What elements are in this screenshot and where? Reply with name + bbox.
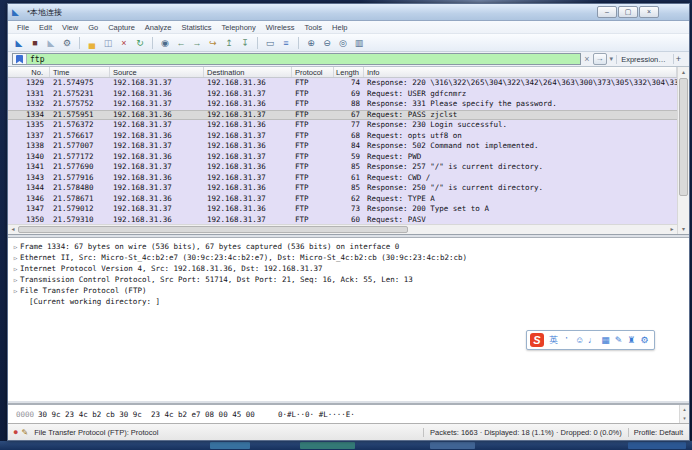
toolbar-icon[interactable] [79, 37, 80, 49]
detail-line[interactable]: ▷ Transmission Control Protocol, Src Por… [11, 274, 689, 285]
menu-item[interactable]: Wireless [261, 21, 300, 34]
packet-row[interactable]: 1340 21.577172 192.168.31.36 192.168.31.… [8, 152, 677, 163]
expander-icon[interactable]: ▷ [11, 241, 20, 252]
sogou-punctuation-icon[interactable]: ’ [560, 331, 573, 349]
menu-item[interactable]: Go [83, 21, 103, 34]
expander-icon[interactable]: ▷ [11, 274, 20, 285]
detail-line[interactable]: ▷ Internet Protocol Version 4, Src: 192.… [11, 263, 689, 274]
hex-scroll-up-icon[interactable]: ▴ [680, 405, 689, 414]
minimize-button[interactable]: – [597, 6, 617, 18]
colorize-icon[interactable]: ≡ [279, 36, 293, 50]
column-header[interactable]: Time [50, 67, 110, 77]
hex-scroll-down-icon[interactable]: ▾ [680, 414, 689, 423]
packet-bytes-pane[interactable]: 0000 30 9c 23 4c b2 cb 30 9c 23 4c b2 e7… [8, 404, 689, 423]
sogou-english-mode-icon[interactable]: 英 [547, 331, 560, 349]
menu-item[interactable]: Help [327, 21, 352, 34]
toolbar-icon[interactable] [257, 37, 258, 49]
display-filter-input[interactable]: ftp [12, 53, 581, 65]
packet-row[interactable]: 1331 21.575231 192.168.31.36 192.168.31.… [8, 89, 677, 100]
sogou-skin-icon[interactable]: ♜ [625, 331, 638, 349]
horizontal-scroll-thumb[interactable] [18, 226, 408, 233]
title-bar[interactable]: ◣ *本地连接 – ▢ × [8, 4, 689, 21]
go-forward-icon[interactable]: → [190, 36, 204, 50]
save-file-icon[interactable]: ◫ [101, 36, 115, 50]
menu-item[interactable]: File [12, 21, 34, 34]
menu-item[interactable]: Edit [34, 21, 57, 34]
expander-icon[interactable]: ▷ [11, 285, 20, 296]
scroll-down-icon[interactable]: ▾ [678, 224, 689, 234]
sogou-voice-icon[interactable]: ♩ [586, 331, 599, 349]
packet-row[interactable]: 1346 21.578671 192.168.31.36 192.168.31.… [8, 194, 677, 205]
expert-info-icon[interactable]: ● [8, 427, 21, 437]
sogou-handwriting-icon[interactable]: ✎ [612, 331, 625, 349]
resize-columns-icon[interactable]: ▥ [352, 36, 366, 50]
packet-row[interactable]: 1341 21.577690 192.168.31.37 192.168.31.… [8, 162, 677, 173]
hex-scrollbar[interactable]: ▴▾ [679, 405, 689, 423]
packet-row[interactable]: 1343 21.577916 192.168.31.36 192.168.31.… [8, 173, 677, 184]
menu-item[interactable]: Statistics [177, 21, 217, 34]
column-header[interactable]: Length [334, 67, 364, 77]
start-capture-icon[interactable]: ◣ [12, 36, 26, 50]
detail-line[interactable]: [Current working directory: ] [11, 296, 689, 307]
scroll-up-icon[interactable]: ▴ [678, 67, 689, 77]
packet-row[interactable]: 1335 21.576372 192.168.31.37 192.168.31.… [8, 120, 677, 131]
autoscroll-icon[interactable]: ▭ [263, 36, 277, 50]
scroll-left-icon[interactable]: ◂ [8, 225, 18, 234]
column-header[interactable]: Source [110, 67, 204, 77]
filter-add-button[interactable]: + [673, 54, 685, 64]
stop-capture-icon[interactable]: ■ [28, 36, 42, 50]
reload-icon[interactable]: ↻ [133, 36, 147, 50]
menu-item[interactable]: View [57, 21, 83, 34]
toolbar-icon[interactable] [152, 37, 153, 49]
find-packet-icon[interactable]: ◉ [158, 36, 172, 50]
vertical-scrollbar[interactable]: ▴ ▾ [677, 67, 689, 234]
filter-clear-icon[interactable]: × [584, 53, 589, 65]
sogou-keyboard-icon[interactable]: ▦ [599, 331, 612, 349]
restart-capture-icon[interactable]: ◣ [44, 36, 58, 50]
menu-item[interactable]: Telephony [217, 21, 261, 34]
filter-bookmark-button[interactable] [13, 54, 27, 64]
menu-item[interactable]: Analyze [140, 21, 177, 34]
maximize-button[interactable]: ▢ [618, 6, 638, 18]
packet-row[interactable]: 1344 21.578480 192.168.31.37 192.168.31.… [8, 183, 677, 194]
sogou-emoji-icon[interactable]: ☺ [573, 331, 586, 349]
packet-row[interactable]: 1334 21.575951 192.168.31.36 192.168.31.… [8, 110, 677, 121]
menu-item[interactable]: Capture [103, 21, 140, 34]
horizontal-scrollbar[interactable]: ◂ ▸ [8, 224, 677, 234]
open-file-icon[interactable]: ▄ [85, 36, 99, 50]
close-button[interactable]: × [639, 6, 659, 18]
vertical-scroll-thumb[interactable] [679, 78, 688, 196]
detail-line[interactable]: ▷ Ethernet II, Src: Micro-St_4c:b2:e7 (3… [11, 252, 689, 263]
sogou-wrench-icon[interactable]: ⚙ [638, 331, 651, 349]
toolbar-icon[interactable] [298, 37, 299, 49]
zoom-out-icon[interactable]: ⊖ [320, 36, 334, 50]
sogou-logo-icon[interactable]: S [530, 333, 544, 347]
expression-button[interactable]: Expression… [616, 55, 670, 64]
expander-icon[interactable]: ▷ [11, 263, 20, 274]
capture-comment-icon[interactable]: ✎ [21, 428, 34, 437]
filter-apply-button[interactable]: → [593, 53, 607, 65]
go-last-icon[interactable]: ↧ [238, 36, 252, 50]
expander-icon[interactable] [20, 296, 29, 307]
go-first-icon[interactable]: ↥ [222, 36, 236, 50]
packet-row[interactable]: 1332 21.575752 192.168.31.37 192.168.31.… [8, 99, 677, 110]
packet-row[interactable]: 1347 21.579012 192.168.31.37 192.168.31.… [8, 204, 677, 215]
expander-icon[interactable]: ▷ [11, 252, 20, 263]
packet-row[interactable]: 1350 21.579310 192.168.31.36 192.168.31.… [8, 215, 677, 225]
zoom-in-icon[interactable]: ⊕ [304, 36, 318, 50]
column-header[interactable]: Protocol [292, 67, 334, 77]
capture-options-icon[interactable]: ⚙ [60, 36, 74, 50]
zoom-reset-icon[interactable]: ◎ [336, 36, 350, 50]
close-file-icon[interactable]: × [117, 36, 131, 50]
packet-row[interactable]: 1337 21.576617 192.168.31.36 192.168.31.… [8, 131, 677, 142]
packet-row[interactable]: 1338 21.577007 192.168.31.37 192.168.31.… [8, 141, 677, 152]
scroll-right-icon[interactable]: ▸ [667, 225, 677, 234]
filter-dropdown-icon[interactable]: ▾ [610, 55, 614, 63]
column-header[interactable]: Destination [204, 67, 292, 77]
menu-item[interactable]: Tools [300, 21, 328, 34]
column-header[interactable]: Info [364, 67, 677, 77]
go-to-packet-icon[interactable]: ↪ [206, 36, 220, 50]
detail-line[interactable]: ▷ Frame 1334: 67 bytes on wire (536 bits… [11, 241, 689, 252]
detail-line[interactable]: ▷ File Transfer Protocol (FTP) [11, 285, 689, 296]
packet-row[interactable]: 1329 21.574975 192.168.31.37 192.168.31.… [8, 78, 677, 89]
